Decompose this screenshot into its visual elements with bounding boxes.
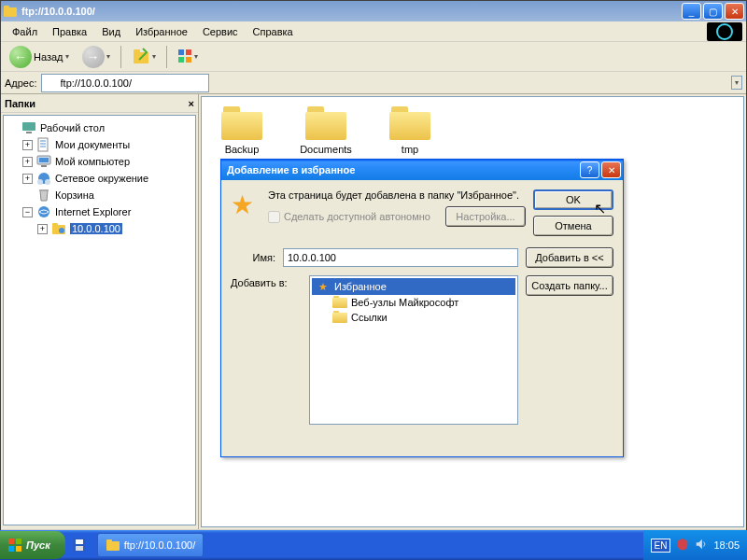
svg-rect-22 [52, 223, 58, 226]
tree-item-label: Ссылки [351, 312, 388, 323]
network-icon [36, 171, 51, 186]
favorites-icon: ★ [316, 279, 331, 294]
window-title: ftp://10.0.0.100/ [21, 6, 682, 17]
folder-icon [332, 311, 347, 324]
folder-item[interactable]: Backup [209, 105, 275, 155]
folders-sidebar: Папки × Рабочий стол+Мои документы+Мой к… [1, 94, 199, 529]
favorite-star-icon: ★ [231, 189, 261, 219]
menu-favorites[interactable]: Избранное [128, 24, 195, 39]
views-button[interactable]: ▾ [173, 46, 203, 68]
recycle-icon [36, 188, 51, 203]
titlebar[interactable]: ftp://10.0.0.100/ _ ▢ ✕ [1, 1, 746, 21]
folder-item[interactable]: Documents [293, 105, 359, 155]
clock[interactable]: 18:05 [713, 539, 740, 551]
folder-item[interactable]: tmp [377, 105, 443, 155]
forward-button[interactable]: → ▾ [78, 43, 115, 71]
folders-icon [132, 47, 150, 67]
tree-item[interactable]: +Мои документы [7, 136, 191, 153]
favorites-tree[interactable]: ★ИзбранноеВеб-узлы МайкрософтСсылки [309, 275, 518, 425]
folders-button[interactable]: ▾ [127, 44, 161, 70]
sidebar-title: Папки [5, 98, 35, 109]
back-arrow-icon: ← [9, 46, 32, 68]
newfolder-button[interactable]: Создать папку... [526, 275, 613, 296]
expander-icon[interactable]: + [37, 224, 48, 234]
tree-item-label: Мой компьютер [55, 156, 130, 167]
favorites-tree-item[interactable]: Веб-узлы Майкрософт [312, 295, 515, 310]
folder-icon [303, 105, 348, 142]
svg-rect-19 [39, 189, 49, 191]
folder-label: Backup [225, 144, 260, 155]
language-indicator[interactable]: EN [651, 539, 671, 553]
tree-item[interactable]: +10.0.0.100 [7, 220, 191, 237]
sidebar-close-button[interactable]: × [189, 98, 194, 109]
toolbar-separator [120, 46, 121, 68]
menu-view[interactable]: Вид [94, 24, 128, 39]
tree-item-label: Internet Explorer [55, 206, 131, 217]
expander-icon[interactable]: + [22, 140, 33, 150]
tree-item[interactable]: +Сетевое окружение [7, 170, 191, 187]
tree-item[interactable]: Корзина [7, 187, 191, 203]
favorites-tree-item[interactable]: Ссылки [312, 310, 515, 325]
addto-label: Добавить в: [231, 275, 302, 425]
offline-label: Сделать доступной автономно [284, 211, 430, 222]
tray-volume-icon[interactable] [695, 538, 708, 553]
address-label: Адрес: [5, 77, 37, 89]
start-label: Пуск [26, 539, 50, 551]
folder-tree[interactable]: Рабочий стол+Мои документы+Мой компьютер… [3, 115, 196, 525]
svg-rect-34 [106, 539, 112, 542]
dialog-close-button[interactable]: ✕ [601, 161, 621, 178]
system-tray: EN 18:05 [643, 530, 747, 560]
dialog-title: Добавление в избранное [223, 164, 580, 175]
svg-rect-12 [38, 138, 48, 151]
tree-item-label: Сетевое окружение [55, 173, 148, 184]
svg-point-17 [37, 179, 43, 185]
svg-rect-3 [134, 49, 140, 53]
docs-icon [36, 137, 51, 152]
cancel-button[interactable]: Отмена [533, 216, 613, 236]
tree-item-label: Веб-узлы Майкрософт [351, 297, 458, 308]
taskbar-item[interactable]: ftp://10.0.0.100/ [97, 533, 204, 557]
svg-rect-10 [22, 122, 35, 131]
address-bar: Адрес: ▾ [1, 72, 746, 94]
ql-save-icon[interactable] [69, 535, 90, 555]
forward-arrow-icon: → [82, 46, 105, 68]
start-button[interactable]: Пуск [0, 531, 65, 559]
favorites-tree-item[interactable]: ★Избранное [312, 278, 515, 295]
expander-icon[interactable]: − [22, 207, 33, 217]
folder-icon [219, 105, 264, 142]
menu-file[interactable]: Файл [5, 24, 45, 39]
address-input[interactable] [41, 74, 209, 92]
expander-icon[interactable]: + [22, 157, 33, 167]
window-icon [3, 4, 18, 19]
minimize-button[interactable]: _ [682, 3, 701, 20]
ftp-icon [51, 221, 66, 236]
svg-rect-29 [16, 546, 21, 552]
windows-flag-icon [707, 22, 742, 41]
close-button[interactable]: ✕ [725, 3, 744, 20]
dialog-help-button[interactable]: ? [580, 161, 599, 178]
tree-item[interactable]: +Мой компьютер [7, 153, 191, 170]
forward-dropdown-icon[interactable]: ▾ [106, 52, 110, 61]
svg-rect-5 [186, 49, 191, 55]
folder-icon [106, 538, 120, 553]
menu-edit[interactable]: Правка [45, 24, 94, 39]
expander-icon[interactable]: + [22, 174, 33, 184]
back-dropdown-icon[interactable]: ▾ [65, 52, 69, 61]
taskbar-item-label: ftp://10.0.0.100/ [124, 539, 195, 551]
tree-item[interactable]: Рабочий стол [7, 119, 191, 136]
computer-icon [36, 154, 51, 169]
tree-item[interactable]: −Internet Explorer [7, 203, 191, 220]
name-input[interactable] [283, 248, 518, 267]
menu-tools[interactable]: Сервис [195, 24, 246, 39]
maximize-button[interactable]: ▢ [703, 3, 723, 20]
menu-help[interactable]: Справка [246, 24, 301, 39]
dialog-description: Эта страница будет добавлена в папку "Из… [268, 189, 526, 201]
addto-button[interactable]: Добавить в << [526, 247, 613, 268]
tray-security-icon[interactable] [676, 538, 689, 553]
address-dropdown-icon[interactable]: ▾ [731, 76, 742, 90]
ok-button[interactable]: OK [533, 189, 613, 210]
folders-dropdown-icon[interactable]: ▾ [152, 52, 156, 61]
back-button[interactable]: ← Назад ▾ [5, 43, 74, 71]
dialog-titlebar[interactable]: Добавление в избранное ? ✕ [221, 160, 623, 180]
views-dropdown-icon[interactable]: ▾ [194, 52, 198, 61]
